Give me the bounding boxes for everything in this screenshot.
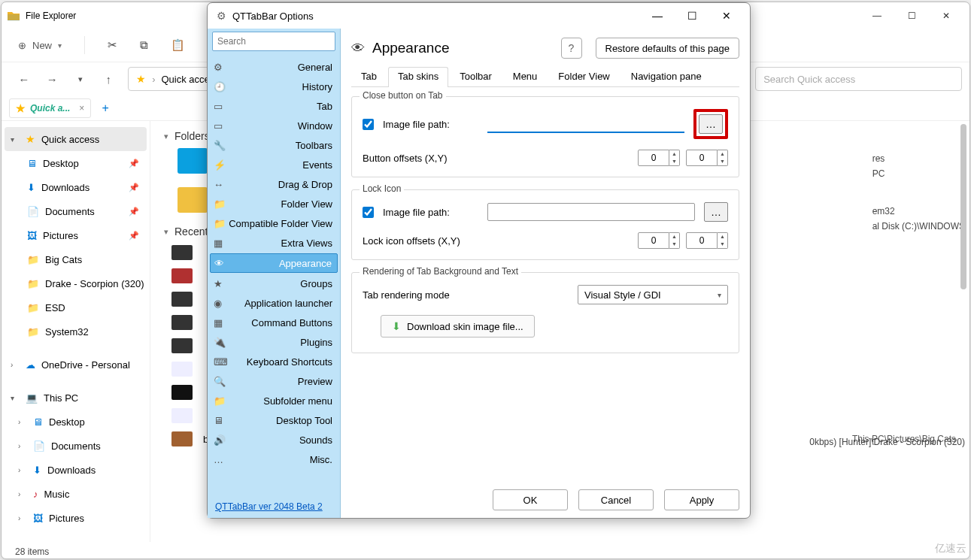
category-item-sounds[interactable]: 🔊Sounds bbox=[208, 430, 340, 450]
offset-y-spinner[interactable]: ▲▼ bbox=[686, 150, 728, 166]
spin-down[interactable]: ▼ bbox=[718, 158, 727, 165]
spin-up[interactable]: ▲ bbox=[718, 150, 727, 158]
subtab-navigation-pane[interactable]: Navigation pane bbox=[621, 67, 712, 87]
subtab-toolbar[interactable]: Toolbar bbox=[450, 67, 502, 87]
minimize-button[interactable]: — bbox=[860, 5, 894, 27]
spin-down[interactable]: ▼ bbox=[669, 241, 679, 248]
tree-item[interactable]: 📄Documents📌 bbox=[2, 199, 150, 223]
forward-button[interactable]: → bbox=[44, 73, 62, 86]
tree-item[interactable]: ›🖼Pictures bbox=[2, 506, 150, 530]
image-file-path-input[interactable] bbox=[487, 203, 695, 221]
offset-y-input[interactable] bbox=[686, 232, 718, 249]
chevron-right-icon[interactable]: › bbox=[18, 418, 27, 426]
chevron-down-icon[interactable]: ▾ bbox=[11, 394, 20, 402]
chevron-down-icon[interactable]: ▾ bbox=[71, 74, 90, 84]
search-input[interactable]: Search Quick access bbox=[755, 67, 962, 91]
tree-item[interactable]: ›♪Music bbox=[2, 482, 150, 506]
tree-item[interactable]: 📁Drake - Scorpion (320) bbox=[2, 271, 150, 295]
category-item-misc-[interactable]: …Misc. bbox=[208, 450, 340, 469]
category-item-compatible-folder-view[interactable]: 📁Compatible Folder View bbox=[208, 213, 340, 233]
tree-item[interactable]: 📁System32 bbox=[2, 319, 150, 344]
offset-x-input[interactable] bbox=[638, 232, 669, 249]
category-item-folder-view[interactable]: 📁Folder View bbox=[208, 194, 340, 213]
tree-item[interactable]: ⬇Downloads📌 bbox=[2, 175, 150, 199]
tree-item[interactable]: 📁Big Cats bbox=[2, 247, 150, 271]
image-file-path-checkbox[interactable] bbox=[363, 119, 374, 130]
help-button[interactable]: ? bbox=[561, 38, 582, 59]
category-item-subfolder-menu[interactable]: 📁Subfolder menu bbox=[208, 391, 340, 410]
ok-button[interactable]: OK bbox=[493, 489, 568, 510]
apply-button[interactable]: Apply bbox=[664, 489, 739, 510]
close-button[interactable]: ✕ bbox=[929, 5, 963, 27]
spin-down[interactable]: ▼ bbox=[669, 158, 679, 165]
category-item-groups[interactable]: ★Groups bbox=[208, 274, 340, 293]
category-item-extra-views[interactable]: ▦Extra Views bbox=[208, 233, 340, 253]
tree-item[interactable]: 🖥Desktop📌 bbox=[2, 151, 150, 175]
category-item-preview[interactable]: 🔍Preview bbox=[208, 371, 340, 391]
chevron-right-icon[interactable]: › bbox=[18, 490, 27, 498]
image-file-path-input[interactable] bbox=[487, 115, 684, 133]
category-item-desktop-tool[interactable]: 🖥Desktop Tool bbox=[208, 410, 340, 430]
tree-onedrive[interactable]: ›☁OneDrive - Personal bbox=[2, 353, 150, 377]
tree-item[interactable]: 📁ESD bbox=[2, 295, 150, 319]
maximize-button[interactable]: ☐ bbox=[682, 6, 702, 26]
category-item-appearance[interactable]: 👁Appearance bbox=[210, 253, 338, 273]
category-item-history[interactable]: 🕘History bbox=[208, 77, 340, 96]
offset-y-spinner[interactable]: ▲▼ bbox=[686, 232, 728, 249]
category-item-application-launcher[interactable]: ◉Application launcher bbox=[208, 293, 340, 313]
category-item-window[interactable]: ▭Window bbox=[208, 116, 340, 135]
restore-defaults-button[interactable]: Restore defaults of this page bbox=[596, 38, 740, 59]
tab-quick-access[interactable]: ★ Quick a... × bbox=[9, 98, 91, 118]
tree-thispc[interactable]: ▾💻This PC bbox=[2, 386, 150, 410]
category-item-general[interactable]: ⚙General bbox=[208, 57, 340, 77]
offset-x-input[interactable] bbox=[638, 150, 669, 166]
tree-item[interactable]: ›📄Documents bbox=[2, 434, 150, 458]
chevron-right-icon[interactable]: › bbox=[18, 466, 27, 474]
tab-close-button[interactable]: × bbox=[79, 103, 84, 114]
category-item-plugins[interactable]: 🔌Plugins bbox=[208, 332, 340, 352]
version-link[interactable]: QTTabBar ver 2048 Beta 2 bbox=[215, 501, 323, 512]
category-item-toolbars[interactable]: 🔧Toolbars bbox=[208, 135, 340, 155]
subtab-tab-skins[interactable]: Tab skins bbox=[388, 67, 448, 87]
subtab-folder-view[interactable]: Folder View bbox=[548, 67, 619, 87]
offset-x-spinner[interactable]: ▲▼ bbox=[638, 232, 680, 249]
category-item-keyboard-shortcuts[interactable]: ⌨Keyboard Shortcuts bbox=[208, 352, 340, 371]
minimize-button[interactable]: — bbox=[648, 6, 667, 26]
chevron-right-icon[interactable]: › bbox=[18, 442, 27, 450]
tree-item[interactable]: ›🖥Desktop bbox=[2, 410, 150, 434]
rendering-mode-select[interactable]: Visual Style / GDI ▾ bbox=[578, 285, 728, 304]
category-item-events[interactable]: ⚡Events bbox=[208, 155, 340, 174]
category-search-input[interactable] bbox=[212, 32, 335, 51]
download-skin-button[interactable]: ⬇ Download skin image file... bbox=[381, 315, 535, 338]
scrollbar[interactable] bbox=[960, 124, 966, 289]
back-button[interactable]: ← bbox=[15, 73, 33, 86]
tree-item[interactable]: 🖼Pictures📌 bbox=[2, 223, 150, 247]
browse-button[interactable]: … bbox=[699, 114, 723, 134]
folder-large-icon[interactable] bbox=[178, 148, 208, 174]
spin-up[interactable]: ▲ bbox=[718, 233, 727, 241]
chevron-right-icon[interactable]: › bbox=[11, 361, 20, 369]
chevron-down-icon[interactable]: ▾ bbox=[11, 135, 20, 144]
new-button[interactable]: ⊕ New ▾ bbox=[18, 40, 62, 51]
offset-x-spinner[interactable]: ▲▼ bbox=[638, 150, 680, 166]
paste-icon[interactable]: 📋 bbox=[171, 38, 185, 52]
cancel-button[interactable]: Cancel bbox=[578, 489, 654, 510]
folder-large-icon[interactable] bbox=[178, 187, 208, 213]
category-item-tab[interactable]: ▭Tab bbox=[208, 96, 340, 116]
image-file-path-checkbox[interactable] bbox=[363, 207, 374, 218]
chevron-right-icon[interactable]: › bbox=[18, 514, 27, 522]
browse-button[interactable]: … bbox=[704, 202, 728, 222]
category-item-command-buttons[interactable]: ▦Command Buttons bbox=[208, 313, 340, 332]
category-item-drag-drop[interactable]: ↔Drag & Drop bbox=[208, 174, 340, 194]
subtab-tab[interactable]: Tab bbox=[351, 67, 387, 87]
tree-quick-access[interactable]: ▾ ★ Quick access bbox=[5, 127, 147, 151]
copy-icon[interactable]: ⧉ bbox=[140, 38, 148, 52]
maximize-button[interactable]: ☐ bbox=[894, 5, 929, 27]
up-button[interactable]: ↑ bbox=[100, 73, 118, 86]
cut-icon[interactable]: ✂ bbox=[108, 38, 117, 52]
spin-up[interactable]: ▲ bbox=[669, 233, 679, 241]
spin-up[interactable]: ▲ bbox=[669, 150, 679, 158]
tree-item[interactable]: ›⬇Downloads bbox=[2, 458, 150, 482]
subtab-menu[interactable]: Menu bbox=[503, 67, 548, 87]
offset-y-input[interactable] bbox=[686, 150, 718, 166]
